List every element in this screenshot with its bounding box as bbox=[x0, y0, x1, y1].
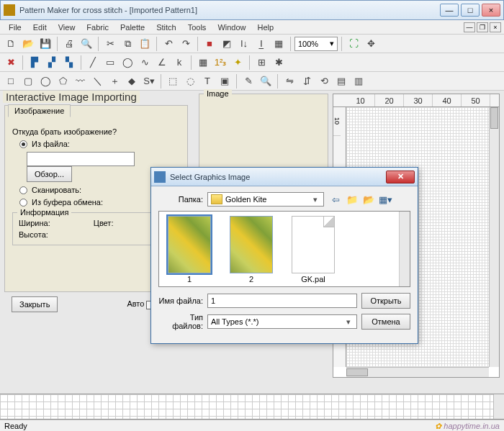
mdi-close-button[interactable]: × bbox=[490, 22, 501, 32]
open-button[interactable]: Открыть bbox=[361, 293, 410, 309]
fill-icon[interactable]: ■ bbox=[202, 36, 217, 52]
mdi-restore-button[interactable]: ❐ bbox=[477, 22, 488, 32]
folder-combo[interactable]: Golden Kite ▾ bbox=[207, 192, 324, 207]
browse-button[interactable]: Обзор... bbox=[27, 166, 72, 182]
shape-free-icon[interactable]: 〰 bbox=[72, 73, 88, 89]
chevron-down-icon: ▾ bbox=[310, 195, 320, 204]
preview-icon[interactable]: 🔍 bbox=[78, 36, 94, 52]
shape-sq-icon[interactable]: □ bbox=[3, 73, 19, 89]
shape-plus-icon[interactable]: ＋ bbox=[107, 73, 122, 89]
sparkle-icon[interactable]: ✦ bbox=[230, 55, 246, 71]
scrollbar-horizontal[interactable] bbox=[346, 367, 489, 377]
stitch1-icon[interactable]: ▛ bbox=[27, 55, 42, 71]
scrollbar-thumb[interactable] bbox=[490, 107, 498, 129]
filename-input[interactable]: 1 bbox=[207, 294, 357, 308]
shape-line-icon[interactable]: ＼ bbox=[89, 73, 105, 89]
fit-icon[interactable]: ⛶ bbox=[346, 36, 361, 52]
back-icon[interactable]: ⇦ bbox=[328, 192, 343, 207]
paste-icon[interactable]: 📋 bbox=[137, 36, 153, 52]
tool-angle-icon[interactable]: ∠ bbox=[154, 55, 170, 71]
scrollbar-thumb[interactable] bbox=[346, 368, 368, 376]
mdi-minimize-button[interactable]: — bbox=[464, 22, 475, 32]
gridmark-icon[interactable]: ✱ bbox=[271, 55, 287, 71]
menu-palette[interactable]: Palette bbox=[114, 22, 150, 33]
halfstitch-icon[interactable]: ◩ bbox=[219, 36, 235, 52]
filetype-combo[interactable]: All Types (*.*) ▾ bbox=[207, 314, 357, 329]
palette-bar[interactable] bbox=[0, 394, 504, 419]
shape-s-icon[interactable]: S▾ bbox=[141, 73, 157, 89]
tool-circle-icon[interactable]: ◯ bbox=[120, 55, 135, 71]
tool-curve-icon[interactable]: ∿ bbox=[137, 55, 153, 71]
up-folder-icon[interactable]: 📁 bbox=[345, 192, 359, 207]
palette-scrollbar[interactable] bbox=[493, 394, 504, 419]
file-item-2[interactable]: 2 bbox=[225, 216, 277, 282]
zoomtool-icon[interactable]: 🔍 bbox=[258, 73, 274, 89]
redo-icon[interactable]: ↷ bbox=[178, 36, 194, 52]
copy-icon[interactable]: ⧉ bbox=[120, 36, 135, 52]
maximize-button[interactable]: □ bbox=[461, 4, 480, 17]
file-list[interactable]: 1 2 GK.pal bbox=[158, 211, 410, 287]
stitch2-icon[interactable]: ▞ bbox=[44, 55, 60, 71]
cancel-button[interactable]: Отмена bbox=[361, 314, 410, 330]
stitch3-icon[interactable]: ▚ bbox=[61, 55, 77, 71]
sel-text-icon[interactable]: T bbox=[199, 73, 215, 89]
tab-image[interactable]: Изображение bbox=[8, 104, 71, 117]
cut-icon[interactable]: ✂ bbox=[102, 36, 118, 52]
print-icon[interactable]: 🖨 bbox=[61, 36, 77, 52]
shape-diamond-icon[interactable]: ◆ bbox=[124, 73, 140, 89]
library-icon[interactable]: ▥ bbox=[351, 73, 366, 89]
file-name: 2 bbox=[225, 275, 277, 283]
tool-line-icon[interactable]: ╱ bbox=[85, 55, 101, 71]
showgrid-icon[interactable]: ⊞ bbox=[253, 55, 269, 71]
text-icon[interactable]: I̲ bbox=[253, 36, 269, 52]
sel-rect-icon[interactable]: ⬚ bbox=[165, 73, 181, 89]
new-icon[interactable]: 🗋 bbox=[3, 36, 19, 52]
scrollbar-vertical[interactable] bbox=[489, 107, 499, 367]
shape-poly-icon[interactable]: ⬠ bbox=[55, 73, 71, 89]
page-heading: Interactive Image Importing bbox=[3, 91, 140, 103]
mirror-v-icon[interactable]: ⇵ bbox=[299, 73, 315, 89]
menu-fabric[interactable]: Fabric bbox=[81, 22, 114, 33]
sel-lasso-icon[interactable]: ◌ bbox=[182, 73, 198, 89]
close-button[interactable]: × bbox=[482, 4, 500, 17]
toolbar-stitch: ✖ ▛ ▞ ▚ ╱ ▭ ◯ ∿ ∠ k ▦ 1²₃ ✦ ⊞ ✱ bbox=[0, 53, 504, 72]
undo-icon[interactable]: ↶ bbox=[161, 36, 176, 52]
mirror-h-icon[interactable]: ⇋ bbox=[282, 73, 297, 89]
menu-view[interactable]: View bbox=[53, 22, 81, 33]
rotate-icon[interactable]: ⟲ bbox=[316, 73, 332, 89]
file-item-1[interactable]: 1 bbox=[163, 216, 215, 282]
center-icon[interactable]: ✥ bbox=[363, 36, 379, 52]
info-height-label: Высота: bbox=[19, 230, 48, 239]
palette-icon[interactable]: ▦ bbox=[195, 55, 211, 71]
menu-window[interactable]: Window bbox=[212, 22, 251, 33]
menu-tools[interactable]: Tools bbox=[182, 22, 212, 33]
radio-from-file[interactable]: Из файла: bbox=[19, 140, 180, 148]
color1-icon[interactable]: 1²₃ bbox=[212, 55, 228, 71]
file-path-input[interactable] bbox=[27, 152, 135, 166]
view-menu-icon[interactable]: ▦▾ bbox=[378, 192, 392, 207]
wand-icon[interactable]: ✎ bbox=[240, 73, 256, 89]
menu-edit[interactable]: Edit bbox=[27, 22, 53, 33]
sel-fill-icon[interactable]: ▣ bbox=[217, 73, 233, 89]
tool-rect-icon[interactable]: ▭ bbox=[102, 55, 118, 71]
save-icon[interactable]: 💾 bbox=[37, 36, 53, 52]
minimize-button[interactable]: — bbox=[440, 4, 459, 17]
open-icon[interactable]: 📂 bbox=[20, 36, 36, 52]
backstitch-icon[interactable]: I↓ bbox=[236, 36, 252, 52]
dialog-close-button[interactable]: ✕ bbox=[386, 171, 415, 183]
grid-icon[interactable]: ▦ bbox=[271, 36, 287, 52]
delete-icon[interactable]: ✖ bbox=[3, 55, 19, 71]
file-thumb-icon bbox=[230, 216, 273, 273]
menu-file[interactable]: File bbox=[3, 22, 27, 33]
new-folder-icon[interactable]: 📂 bbox=[361, 192, 376, 207]
zoom-combo[interactable]: 100%▾ bbox=[294, 37, 338, 51]
file-item-pal[interactable]: GK.pal bbox=[287, 216, 339, 282]
close-panel-button[interactable]: Закрыть bbox=[12, 296, 58, 312]
layers-icon[interactable]: ▤ bbox=[333, 73, 349, 89]
tool-measure-icon[interactable]: k bbox=[171, 55, 187, 71]
shape-el-icon[interactable]: ◯ bbox=[37, 73, 53, 89]
filelist-scrollbar[interactable] bbox=[399, 212, 410, 286]
shape-rsq-icon[interactable]: ▢ bbox=[20, 73, 36, 89]
menu-help[interactable]: Help bbox=[252, 22, 280, 33]
menu-stitch[interactable]: Stitch bbox=[150, 22, 182, 33]
